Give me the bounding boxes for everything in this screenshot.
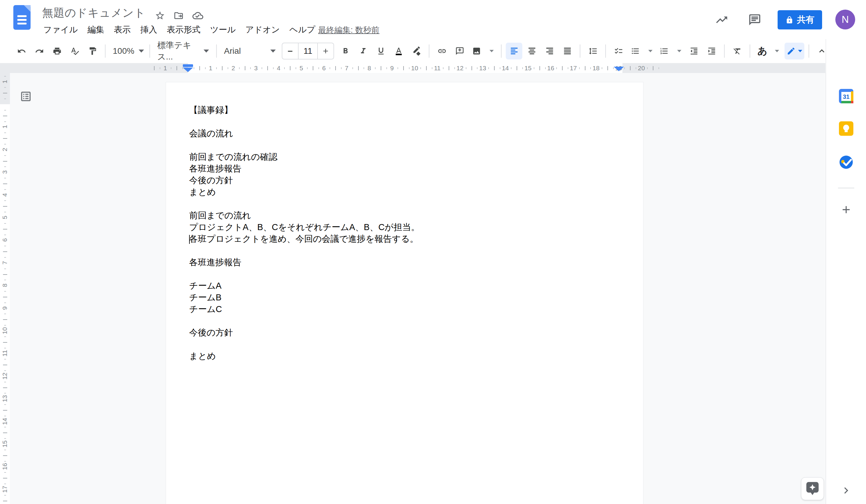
cloud-saved-icon[interactable] [192, 10, 204, 22]
menu-item-6[interactable]: アドオン [241, 22, 285, 37]
doc-line-16: チームB [189, 291, 625, 303]
italic-icon[interactable] [355, 43, 371, 59]
ruler-tick [4, 393, 6, 393]
ruler-number: 15 [524, 65, 531, 72]
ruler-tick [3, 138, 7, 139]
docs-logo[interactable] [13, 5, 31, 30]
spellcheck-icon[interactable] [66, 43, 83, 59]
ruler-tick [335, 66, 336, 70]
right-indent-marker[interactable] [614, 67, 624, 71]
move-folder-icon[interactable] [173, 10, 185, 22]
ruler-tick [296, 67, 296, 69]
ruler-tick [4, 87, 6, 88]
plus-icon[interactable] [839, 203, 853, 217]
menu-item-7[interactable]: ヘルプ [285, 22, 320, 37]
doc-title[interactable]: 無題のドキュメント [42, 5, 146, 20]
calendar-icon[interactable]: 31 [839, 89, 853, 103]
left-indent-marker[interactable] [183, 68, 193, 72]
outdent-icon[interactable] [686, 43, 702, 59]
ruler-tick [4, 450, 6, 450]
redo-icon[interactable] [31, 43, 47, 59]
star-icon[interactable] [154, 10, 166, 22]
ruler-tick [4, 325, 6, 325]
highlight-color-icon[interactable] [408, 43, 425, 59]
ruler-tick [3, 274, 7, 275]
ruler-tick [3, 478, 7, 479]
ruler-tick [517, 66, 517, 70]
undo-icon[interactable] [13, 43, 30, 59]
divider [149, 44, 150, 58]
numbered-list-icon [660, 47, 669, 56]
link-icon[interactable] [434, 43, 450, 59]
styles-select[interactable]: 標準テキス... [154, 43, 212, 59]
align-center-icon[interactable] [523, 43, 540, 59]
divider [838, 188, 854, 188]
ruler-tick [307, 67, 308, 69]
document-page[interactable]: 【議事録】会議の流れ前回までの流れの確認各班進捗報告今後の方針まとめ前回までの流… [166, 82, 643, 504]
numbered-list-control[interactable] [657, 43, 685, 59]
font-size-value[interactable]: 11 [299, 46, 317, 56]
divider [580, 44, 580, 58]
underline-icon[interactable] [373, 43, 389, 59]
font-select[interactable]: Arial [221, 43, 279, 59]
increase-font-size-button[interactable] [318, 43, 333, 59]
keep-icon[interactable] [839, 121, 853, 136]
bold-icon[interactable] [337, 43, 354, 59]
clear-format-icon[interactable] [729, 43, 745, 59]
ruler-number: 17 [570, 65, 577, 72]
menu-item-4[interactable]: 表示形式 [162, 22, 206, 37]
menu-item-2[interactable]: 表示 [109, 22, 136, 37]
ruler-number: 1 [209, 65, 213, 72]
ruler-top-margin [0, 73, 10, 104]
bulleted-list-control[interactable] [628, 43, 656, 59]
add-comment-icon[interactable] [451, 43, 468, 59]
doc-line-11: 各班プロジェクトを進め、今回の会議で進捗を報告する。 [189, 233, 625, 245]
ruler-tick [403, 66, 404, 70]
ruler-tick [4, 212, 6, 213]
ruler-number: 1 [164, 65, 167, 72]
align-right-icon[interactable] [541, 43, 558, 59]
ruler-tick [4, 99, 6, 99]
chevron-right-icon[interactable] [837, 482, 854, 499]
ruler-tick [3, 501, 7, 501]
document-canvas[interactable]: 【議事録】会議の流れ前回までの流れの確認各班進捗報告今後の方針まとめ前回までの流… [0, 73, 826, 504]
explore-icon [806, 481, 819, 496]
menu-item-1[interactable]: 編集 [83, 22, 109, 37]
avatar[interactable]: N [835, 10, 855, 30]
paint-format-icon[interactable] [84, 43, 101, 59]
align-left-icon[interactable] [506, 43, 522, 59]
outline-icon[interactable] [18, 88, 34, 105]
ruler-tick [3, 388, 7, 388]
justify-icon[interactable] [559, 43, 576, 59]
checklist-icon[interactable] [610, 43, 627, 59]
share-button[interactable]: 共有 [778, 10, 822, 30]
input-tools-control[interactable]: あ [754, 43, 782, 59]
indent-icon[interactable] [703, 43, 720, 59]
first-line-indent-marker[interactable] [183, 64, 193, 67]
explore-button[interactable] [801, 477, 824, 500]
menu-item-0[interactable]: ファイル [38, 22, 83, 37]
comments-icon[interactable] [746, 11, 763, 28]
line-spacing-icon[interactable] [585, 43, 601, 59]
ruler-number: 12 [1, 373, 8, 379]
print-icon[interactable] [49, 43, 65, 59]
chevron-down-icon [677, 50, 681, 52]
ruler-number: 10 [1, 327, 8, 334]
document-text[interactable]: 【議事録】会議の流れ前回までの流れの確認各班進捗報告今後の方針まとめ前回までの流… [189, 104, 625, 362]
text-color-icon[interactable] [390, 43, 407, 59]
decrease-font-size-button[interactable] [282, 43, 298, 59]
editing-mode-button[interactable] [785, 43, 804, 59]
stats-icon[interactable] [713, 11, 730, 28]
last-edit-link[interactable]: 最終編集: 数秒前 [318, 25, 379, 35]
insert-image-control[interactable] [469, 43, 497, 59]
ruler-tick [647, 67, 648, 69]
menu-item-3[interactable]: 挿入 [136, 22, 162, 37]
ruler-number: 18 [593, 65, 600, 72]
tasks-icon[interactable] [839, 155, 853, 169]
ruler-tick [245, 66, 245, 70]
menu-item-5[interactable]: ツール [206, 22, 241, 37]
doc-line-12 [189, 245, 625, 256]
zoom-select[interactable]: 100% [110, 43, 145, 59]
chevron-down-icon [270, 49, 276, 53]
ruler-tick [4, 201, 6, 201]
